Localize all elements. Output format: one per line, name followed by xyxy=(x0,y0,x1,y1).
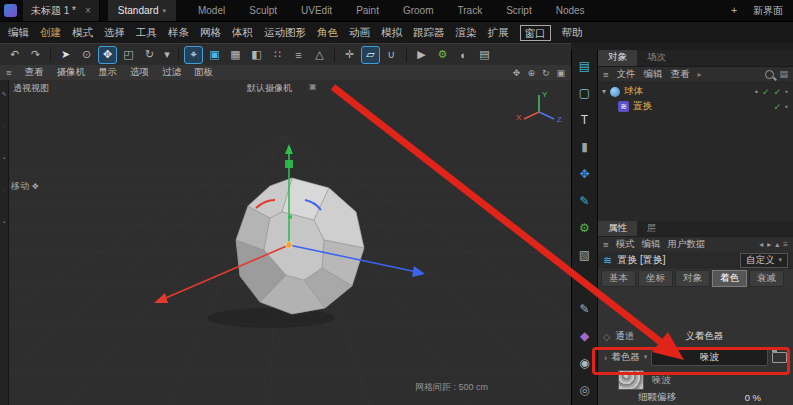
layout-tab-nodes[interactable]: Nodes xyxy=(556,5,585,16)
menu-volume[interactable]: 体积 xyxy=(232,26,253,40)
layout-selector[interactable]: Standard ▾ xyxy=(108,0,176,21)
undo-icon[interactable]: ↶ xyxy=(5,46,24,64)
last-tool-icon[interactable]: ▾ xyxy=(161,46,173,64)
camera-icon[interactable]: ▣ xyxy=(309,82,317,91)
menu-edit[interactable]: 编辑 xyxy=(8,26,29,40)
tab-shading[interactable]: 着色 xyxy=(712,270,747,287)
menu-tools[interactable]: 工具 xyxy=(136,26,157,40)
parent-up-icon[interactable]: ▴ xyxy=(775,240,779,249)
pointer-icon[interactable]: ➤ xyxy=(56,46,75,64)
vp-menu-filter[interactable]: 过滤 xyxy=(162,66,181,79)
tab-basic[interactable]: 基本 xyxy=(601,270,636,287)
make-editable-icon[interactable]: ▣ xyxy=(205,46,224,64)
content-browser-icon[interactable]: ▤ xyxy=(475,46,494,64)
menu-animate[interactable]: 动画 xyxy=(349,26,370,40)
scale-tool-icon[interactable]: ◰ xyxy=(119,46,138,64)
workplane-icon[interactable]: ▱ xyxy=(361,46,380,64)
model-mode-icon[interactable]: ▦ xyxy=(226,46,245,64)
rotate-tool-icon[interactable]: ↻ xyxy=(140,46,159,64)
palette-swatch-icon[interactable]: ▪ xyxy=(3,219,5,225)
render-check-icon[interactable]: ✓ xyxy=(774,87,782,97)
layout-tab-sculpt[interactable]: Sculpt xyxy=(249,5,277,16)
material-manager-icon[interactable]: ◐ xyxy=(454,46,473,64)
tree-row-displace[interactable]: ≋ 置换 ✓ ▪ xyxy=(598,99,793,114)
hamburger-icon[interactable]: ≡ xyxy=(603,239,609,250)
menu-character[interactable]: 角色 xyxy=(317,26,338,40)
pen-icon[interactable]: ✎ xyxy=(575,191,595,210)
palette-dot-icon[interactable]: ◦ xyxy=(3,187,5,193)
vp-menu-display[interactable]: 显示 xyxy=(98,66,117,79)
layout-tab-script[interactable]: Script xyxy=(506,5,532,16)
filter-grid-icon[interactable]: ▤ xyxy=(779,69,788,79)
redo-icon[interactable]: ↷ xyxy=(26,46,45,64)
search-icon[interactable] xyxy=(765,70,774,79)
cube-icon[interactable]: ▧ xyxy=(575,245,595,264)
deformer-icon[interactable]: ◆ xyxy=(575,326,595,345)
parameter-value[interactable]: 0 % xyxy=(745,392,761,403)
am-menu-mode[interactable]: 模式 xyxy=(616,238,635,251)
enabled-check-icon[interactable]: ✓ xyxy=(774,102,782,112)
texture-mode-icon[interactable]: ◧ xyxy=(247,46,266,64)
menu-mograph[interactable]: 运动图形 xyxy=(264,26,306,40)
frame-icon[interactable]: ▢ xyxy=(575,83,595,102)
menu-simulate[interactable]: 模拟 xyxy=(381,26,402,40)
layer-panel-icon[interactable]: ▤ xyxy=(575,56,595,75)
hamburger-icon[interactable]: ≡ xyxy=(6,67,12,78)
camera-label[interactable]: 默认摄像机 xyxy=(247,82,292,95)
palette-swatch-icon[interactable]: ▪ xyxy=(3,155,5,161)
move-tool-icon[interactable]: ✥ xyxy=(98,46,117,64)
om-menu-edit[interactable]: 编辑 xyxy=(644,68,663,81)
om-menu-file[interactable]: 文件 xyxy=(617,68,636,81)
state-dot-icon[interactable]: • xyxy=(755,86,758,97)
vp-menu-options[interactable]: 选项 xyxy=(130,66,149,79)
edges-mode-icon[interactable]: ≡ xyxy=(289,46,308,64)
menu-window[interactable]: 窗口 xyxy=(520,25,551,41)
render-settings-icon[interactable]: ⚙ xyxy=(433,46,452,64)
history-forward-icon[interactable]: ▸ xyxy=(767,240,771,249)
add-layout-button[interactable]: + xyxy=(731,5,737,16)
coord-system-icon[interactable]: ⌖ xyxy=(184,46,203,64)
polygons-mode-icon[interactable]: △ xyxy=(310,46,329,64)
simulate-gear-icon[interactable]: ⚙ xyxy=(575,218,595,237)
tag-icon[interactable]: ▪ xyxy=(785,87,788,96)
close-tab-icon[interactable]: × xyxy=(85,5,91,16)
menu-spline[interactable]: 样条 xyxy=(168,26,189,40)
tab-takes[interactable]: 场次 xyxy=(637,50,676,66)
history-back-icon[interactable]: ◂ xyxy=(759,240,763,249)
channel-value[interactable]: 义着色器 xyxy=(685,330,723,343)
vp-menu-view[interactable]: 查看 xyxy=(25,66,44,79)
document-tab[interactable]: 未标题 1 * × xyxy=(23,0,100,21)
tab-layers[interactable]: 层 xyxy=(637,221,667,236)
visibility-check-icon[interactable]: ✓ xyxy=(762,87,770,97)
menu-help[interactable]: 帮助 xyxy=(562,26,583,40)
am-options-icon[interactable]: ≡ xyxy=(783,240,788,249)
layout-tab-paint[interactable]: Paint xyxy=(356,5,379,16)
snap-icon[interactable]: ∪ xyxy=(382,46,401,64)
menu-mesh[interactable]: 网格 xyxy=(200,26,221,40)
tab-objects[interactable]: 对象 xyxy=(598,50,637,66)
pen-b-icon[interactable]: ✎ xyxy=(575,299,595,318)
tab-coord[interactable]: 坐标 xyxy=(638,270,673,287)
menu-mode[interactable]: 模式 xyxy=(72,26,93,40)
zoom-view-icon[interactable]: ⊕ xyxy=(527,68,535,78)
overflow-icon[interactable]: ▸ xyxy=(698,70,702,79)
layout-tab-track[interactable]: Track xyxy=(458,5,483,16)
tag-icon[interactable]: ▪ xyxy=(785,102,788,111)
menu-select[interactable]: 选择 xyxy=(104,26,125,40)
globe-icon[interactable]: ◎ xyxy=(575,380,595,399)
tab-object[interactable]: 对象 xyxy=(675,270,710,287)
live-selection-icon[interactable]: ⊙ xyxy=(77,46,96,64)
tab-falloff[interactable]: 衰减 xyxy=(749,270,784,287)
tree-row-sphere[interactable]: ▾ 球体 • ✓ ✓ ▪ xyxy=(598,84,793,99)
palette-pen-icon[interactable]: ✎ xyxy=(1,90,6,97)
menu-tracker[interactable]: 跟踪器 xyxy=(413,26,445,40)
menu-create[interactable]: 创建 xyxy=(40,26,61,40)
layout-tab-groom[interactable]: Groom xyxy=(403,5,434,16)
spline-icon[interactable]: ≈ xyxy=(575,272,595,291)
om-menu-view[interactable]: 查看 xyxy=(671,68,690,81)
object-label[interactable]: 置换 xyxy=(633,100,652,113)
pan-view-icon[interactable]: ✥ xyxy=(513,68,521,78)
palette-dot-icon[interactable]: ◦ xyxy=(3,123,5,129)
render-view-icon[interactable]: ▶ xyxy=(412,46,431,64)
move-axes-icon[interactable]: ✥ xyxy=(575,164,595,183)
